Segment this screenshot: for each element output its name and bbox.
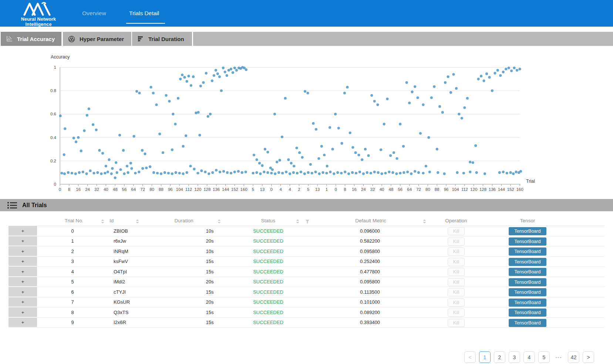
- scatter-point[interactable]: [73, 137, 75, 139]
- pagination-ellipsis[interactable]: •••: [553, 351, 565, 363]
- scatter-point[interactable]: [78, 171, 81, 174]
- scatter-point[interactable]: [488, 76, 491, 78]
- scatter-point[interactable]: [383, 123, 385, 125]
- scatter-point[interactable]: [309, 163, 312, 166]
- scatter-point[interactable]: [138, 92, 141, 94]
- subtab-hyper-parameter[interactable]: Hyper Parameter: [63, 32, 131, 46]
- scatter-point[interactable]: [71, 172, 73, 174]
- scatter-point[interactable]: [449, 91, 452, 94]
- scatter-point[interactable]: [304, 90, 306, 92]
- scatter-point[interactable]: [135, 90, 138, 92]
- scatter-point[interactable]: [461, 117, 463, 119]
- scatter-point[interactable]: [469, 171, 471, 173]
- kill-button[interactable]: Kill: [448, 258, 465, 266]
- scatter-point[interactable]: [498, 171, 501, 174]
- sort-icon[interactable]: [422, 219, 427, 225]
- scatter-point[interactable]: [150, 86, 152, 88]
- scatter-point[interactable]: [186, 80, 188, 82]
- scatter-point[interactable]: [171, 148, 174, 151]
- scatter-point[interactable]: [484, 172, 486, 175]
- page-button[interactable]: 5: [538, 351, 550, 363]
- scatter-point[interactable]: [292, 171, 295, 174]
- scatter-point[interactable]: [311, 172, 313, 174]
- scatter-point[interactable]: [510, 70, 513, 72]
- scatter-point[interactable]: [287, 158, 290, 161]
- scatter-point[interactable]: [182, 172, 185, 175]
- scatter-point[interactable]: [241, 171, 243, 174]
- scatter-point[interactable]: [410, 172, 412, 175]
- scatter-point[interactable]: [224, 71, 226, 73]
- scatter-point[interactable]: [357, 154, 360, 156]
- tensorboard-button[interactable]: TensorBoard: [509, 288, 546, 296]
- expand-row-button[interactable]: +: [9, 236, 37, 246]
- scatter-point[interactable]: [474, 144, 477, 147]
- scatter-point[interactable]: [252, 172, 255, 174]
- scatter-point[interactable]: [331, 148, 334, 151]
- scatter-point[interactable]: [276, 161, 278, 163]
- scatter-point[interactable]: [419, 132, 422, 135]
- scatter-point[interactable]: [95, 129, 98, 131]
- tab-overview[interactable]: Overview: [82, 0, 109, 27]
- scatter-point[interactable]: [499, 74, 502, 77]
- scatter-point[interactable]: [63, 172, 66, 175]
- scatter-point[interactable]: [364, 148, 367, 151]
- scatter-point[interactable]: [129, 162, 132, 165]
- scatter-point[interactable]: [491, 90, 494, 92]
- scatter-point[interactable]: [232, 71, 234, 74]
- scatter-point[interactable]: [208, 172, 210, 175]
- filter-icon[interactable]: [305, 219, 310, 225]
- scatter-point[interactable]: [443, 172, 446, 175]
- scatter-point[interactable]: [204, 171, 206, 173]
- scatter-point[interactable]: [266, 171, 269, 174]
- scatter-point[interactable]: [354, 151, 357, 154]
- scatter-point[interactable]: [290, 162, 293, 165]
- scatter-point[interactable]: [167, 172, 170, 174]
- scatter-point[interactable]: [266, 151, 269, 154]
- page-button[interactable]: 3: [509, 351, 520, 363]
- scatter-point[interactable]: [516, 69, 518, 71]
- scatter-point[interactable]: [284, 97, 287, 100]
- scatter-point[interactable]: [160, 172, 162, 175]
- scatter-point[interactable]: [417, 171, 420, 174]
- scatter-point[interactable]: [218, 75, 221, 78]
- scatter-point[interactable]: [351, 146, 354, 149]
- scatter-point[interactable]: [274, 172, 276, 175]
- scatter-point[interactable]: [177, 97, 179, 100]
- scatter-point[interactable]: [226, 171, 229, 174]
- kill-button[interactable]: Kill: [448, 309, 465, 317]
- scatter-point[interactable]: [422, 172, 424, 174]
- scatter-point[interactable]: [179, 78, 182, 80]
- scatter-point[interactable]: [126, 165, 128, 167]
- scatter-point[interactable]: [264, 148, 266, 151]
- scatter-point[interactable]: [456, 171, 458, 174]
- scatter-point[interactable]: [380, 148, 382, 151]
- scatter-point[interactable]: [261, 164, 263, 167]
- page-button[interactable]: 42: [568, 351, 579, 363]
- scatter-point[interactable]: [193, 168, 195, 170]
- scatter-point[interactable]: [226, 74, 228, 77]
- scatter-point[interactable]: [145, 166, 148, 169]
- kill-button[interactable]: Kill: [448, 227, 465, 235]
- scatter-point[interactable]: [230, 172, 232, 174]
- scatter-point[interactable]: [320, 145, 323, 148]
- scatter-point[interactable]: [209, 113, 212, 115]
- scatter-point[interactable]: [245, 171, 247, 173]
- scatter-point[interactable]: [130, 167, 133, 170]
- scatter-point[interactable]: [351, 171, 354, 174]
- scatter-point[interactable]: [433, 85, 435, 88]
- scatter-point[interactable]: [466, 97, 469, 100]
- scatter-point[interactable]: [512, 172, 515, 175]
- scatter-point[interactable]: [389, 154, 392, 157]
- scatter-point[interactable]: [198, 134, 201, 136]
- scatter-point[interactable]: [255, 171, 258, 174]
- scatter-point[interactable]: [508, 67, 510, 69]
- scatter-point[interactable]: [245, 68, 247, 71]
- scatter-point[interactable]: [105, 165, 107, 167]
- scatter-point[interactable]: [202, 81, 205, 84]
- scatter-point[interactable]: [108, 158, 110, 161]
- scatter-point[interactable]: [133, 135, 135, 138]
- scatter-point[interactable]: [437, 171, 439, 174]
- scatter-point[interactable]: [192, 75, 195, 78]
- scatter-point[interactable]: [399, 172, 401, 174]
- scatter-point[interactable]: [115, 161, 117, 164]
